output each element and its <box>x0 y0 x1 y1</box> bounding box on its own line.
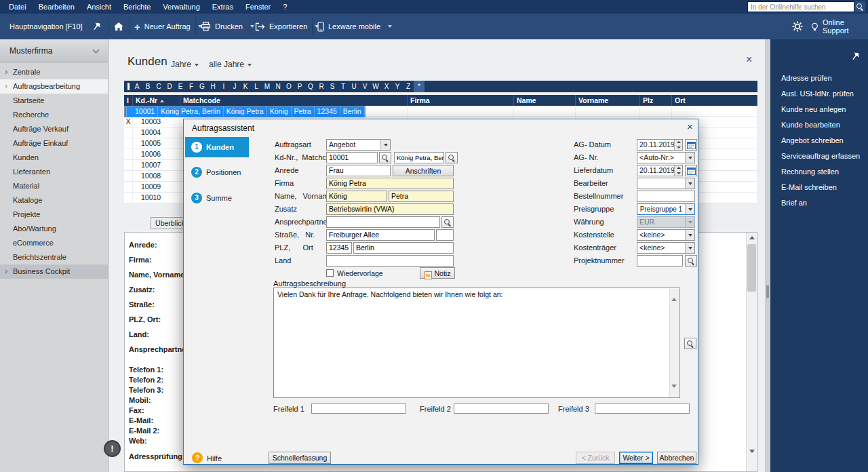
alphabet-letter[interactable]: C <box>153 81 164 92</box>
column-header-matchcode[interactable]: Matchcode <box>180 95 408 106</box>
scroll-up-icon[interactable] <box>747 233 757 243</box>
alphabet-letter[interactable]: K <box>240 81 251 92</box>
menu-bearbeiten[interactable]: Bearbeiten <box>33 0 81 14</box>
ansprechpartner-input[interactable] <box>326 216 440 228</box>
action-adresse-pruefen[interactable]: Adresse prüfen <box>770 71 868 86</box>
ag-datum-input[interactable]: 20.11.2019 <box>637 139 683 151</box>
kostentraeger-select[interactable]: <keine> <box>637 242 695 254</box>
action-angebot-schreiben[interactable]: Angebot schreiben <box>770 133 868 149</box>
menu-verwaltung[interactable]: Verwaltung <box>157 0 205 14</box>
scrollbar-thumb[interactable] <box>747 244 756 292</box>
hausnummer-input[interactable] <box>436 229 454 241</box>
alphabet-letter[interactable]: A <box>132 81 142 92</box>
column-header-vorname[interactable]: Vorname <box>576 95 640 106</box>
calendar-icon[interactable] <box>685 139 697 151</box>
alphabet-letter[interactable]: X <box>381 81 392 92</box>
zoom-description-icon[interactable] <box>684 338 696 349</box>
alphabet-letter[interactable]: F <box>186 81 197 92</box>
alphabet-letter[interactable]: E <box>175 81 186 92</box>
alphabet-all-filter[interactable]: * <box>414 81 425 92</box>
new-order-button[interactable]: + Neuer Auftrag <box>134 14 202 39</box>
alphabet-letter[interactable]: R <box>316 81 327 92</box>
search-icon[interactable] <box>685 255 697 267</box>
scroll-up-icon[interactable] <box>671 290 677 298</box>
firma-input[interactable]: König Petra <box>326 178 454 189</box>
alphabet-letter[interactable]: N <box>273 81 283 92</box>
company-selector[interactable]: Musterfirma <box>0 39 108 62</box>
wiedervorlage-checkbox[interactable] <box>326 269 334 277</box>
vertical-scrollbar[interactable] <box>746 233 757 471</box>
name-input[interactable]: König <box>326 191 387 202</box>
spinner[interactable] <box>674 140 682 150</box>
sidebar-item-business-cockpit[interactable]: ›Business Cockpit <box>0 264 108 279</box>
wizard-step-kunden[interactable]: 1 Kunden <box>185 137 249 157</box>
scroll-down-icon[interactable] <box>671 388 677 396</box>
auftragsart-select[interactable]: Angebot <box>326 139 391 151</box>
alphabet-letter[interactable]: Q <box>305 81 316 92</box>
print-button[interactable]: Drucken <box>201 14 254 39</box>
menu-ansicht[interactable]: Ansicht <box>81 0 117 14</box>
anrede-input[interactable]: Frau <box>326 165 391 176</box>
alphabet-letter[interactable]: P <box>294 81 305 92</box>
bestellnummer-input[interactable] <box>637 191 695 202</box>
weiter-button[interactable]: Weiter > <box>619 452 653 464</box>
alphabet-letter[interactable]: U <box>349 81 359 92</box>
action-rechnung-stellen[interactable]: Rechnung stellen <box>770 164 868 180</box>
close-icon[interactable]: × <box>687 121 693 132</box>
sidebar-item-abo-wartung[interactable]: Abo/Wartung <box>0 222 108 236</box>
menu-fenster[interactable]: Fenster <box>239 0 277 14</box>
strasse-input[interactable]: Freiburger Allee <box>326 229 435 241</box>
action-kunde-neu-anlegen[interactable]: Kunde neu anlegen <box>770 102 868 117</box>
lieferdatum-input[interactable]: 20.11.2019 <box>637 165 683 176</box>
action-ustidnr-pruefen[interactable]: Ausl. USt-IdNr. prüfen <box>770 86 868 102</box>
settings-button[interactable] <box>792 14 803 39</box>
sidebar-item-kataloge[interactable]: Kataloge <box>0 193 108 208</box>
ort-input[interactable]: Berlin <box>353 242 454 254</box>
online-support-button[interactable]: Online Support <box>811 14 868 39</box>
close-view-icon[interactable]: × <box>746 54 752 66</box>
alphabet-letter[interactable]: M <box>262 81 273 92</box>
alphabet-letter[interactable]: T <box>338 81 349 92</box>
zusatz-input[interactable]: Betriebswirtin (VWA) <box>326 203 454 215</box>
filter-alle-jahre[interactable]: alle Jahre <box>209 60 252 69</box>
menu-hilfe[interactable]: ? <box>277 0 293 14</box>
filter-jahre[interactable]: Jahre <box>171 60 199 69</box>
search-icon[interactable] <box>854 1 865 12</box>
menu-berichte[interactable]: Berichte <box>117 0 157 14</box>
panel-splitter[interactable] <box>765 39 770 472</box>
alphabet-letter[interactable]: B <box>142 81 153 92</box>
search-icon[interactable] <box>441 216 454 228</box>
search-icon[interactable] <box>379 152 391 163</box>
hilfe-label[interactable]: Hilfe <box>207 453 222 465</box>
sidebar-item-projekte[interactable]: Projekte <box>0 208 108 222</box>
vorname-input[interactable]: Petra <box>389 191 454 202</box>
action-brief-an[interactable]: Brief an <box>770 195 868 211</box>
land-input[interactable] <box>326 255 454 267</box>
wizard-step-positionen[interactable]: 2 Positionen <box>191 167 241 178</box>
sidebar-item-auftraege-einkauf[interactable]: Aufträge Einkauf <box>0 136 108 151</box>
alphabet-letter[interactable]: W <box>370 81 381 92</box>
preisgruppe-select[interactable]: Preisgruppe 1 <box>637 203 695 215</box>
sidebar-item-startseite[interactable]: Startseite <box>0 94 108 108</box>
alphabet-letter[interactable]: Z <box>403 81 414 92</box>
bearbeiter-select[interactable] <box>637 178 695 189</box>
online-help-search-input[interactable] <box>747 1 854 12</box>
ag-nr-select[interactable]: <Auto-Nr.> <box>637 152 695 163</box>
alphabet-letter[interactable]: L <box>251 81 262 92</box>
alphabet-letter[interactable]: J <box>229 81 240 92</box>
alphabet-letter[interactable]: S <box>327 81 338 92</box>
alphabet-letter[interactable]: V <box>359 81 370 92</box>
column-header-plz[interactable]: Plz <box>640 95 672 106</box>
matchcode-input[interactable]: König Petra, Berlin <box>394 152 444 163</box>
spinner[interactable] <box>674 165 682 176</box>
splitter-handle[interactable] <box>766 285 769 298</box>
pin-icon[interactable] <box>851 52 860 62</box>
pin-icon[interactable] <box>92 22 101 33</box>
sidebar-item-material[interactable]: Material <box>0 179 108 193</box>
alphabet-letter[interactable]: I <box>218 81 229 92</box>
search-icon[interactable] <box>446 152 458 163</box>
alphabet-letter[interactable]: D <box>164 81 175 92</box>
notiz-button[interactable]: NNotiz <box>420 267 455 279</box>
alphabet-letter[interactable]: O <box>283 81 294 92</box>
sidebar-item-auftragsbearbeitung[interactable]: ›Auftragsbearbeitung <box>0 79 108 94</box>
